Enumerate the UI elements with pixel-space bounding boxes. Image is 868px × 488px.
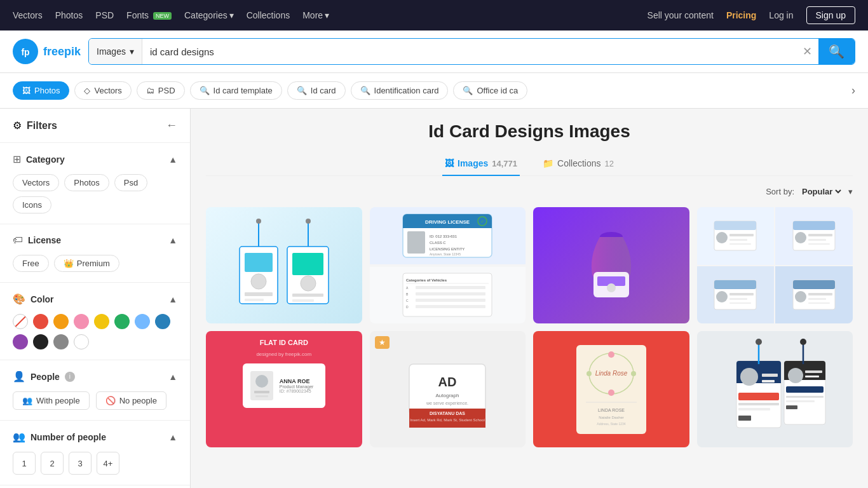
nav-vectors[interactable]: Vectors <box>13 10 43 20</box>
tab-office-id[interactable]: 🔍 Office id ca <box>453 81 527 100</box>
license-title: License <box>28 235 61 245</box>
image-card-1[interactable] <box>206 207 362 323</box>
license-section-header[interactable]: 🏷 License ▲ <box>13 234 177 246</box>
nav-photos[interactable]: Photos <box>55 10 83 20</box>
search-input[interactable] <box>142 39 796 64</box>
sidebar-collapse-button[interactable]: ← <box>166 119 177 132</box>
tab-identification-card[interactable]: 🔍 Identification card <box>351 81 449 100</box>
num-people-toggle-icon: ▲ <box>168 432 177 442</box>
login-link[interactable]: Log in <box>769 10 793 20</box>
nav-more[interactable]: More ▾ <box>302 10 329 20</box>
swatch-orange[interactable] <box>53 314 69 329</box>
svg-text:Categories of Vehicles: Categories of Vehicles <box>406 278 447 282</box>
svg-text:C: C <box>406 299 409 302</box>
tag-vectors[interactable]: Vectors <box>13 174 59 191</box>
image-card-7[interactable]: Linda Rose LINDA ROSE Natalie Dasher Add… <box>533 331 689 447</box>
swatch-white[interactable] <box>74 334 89 349</box>
swatch-yellow[interactable] <box>94 314 109 329</box>
num-people-4plus[interactable]: 4+ <box>97 452 119 475</box>
tag-psd[interactable]: Psd <box>114 174 147 191</box>
svg-rect-101 <box>738 416 751 421</box>
no-people-button[interactable]: 🚫 No people <box>96 391 166 410</box>
svg-rect-109 <box>805 370 822 373</box>
swatch-dark-gray[interactable] <box>53 334 69 349</box>
nav-categories[interactable]: Categories ▾ <box>184 10 234 20</box>
color-section-header[interactable]: 🎨 Color ▲ <box>13 293 177 305</box>
image-card-3[interactable] <box>533 207 689 323</box>
people-buttons: 👥 With people 🚫 No people <box>13 391 177 410</box>
svg-point-67 <box>255 375 268 388</box>
swatch-green[interactable] <box>114 314 130 329</box>
search-type-dropdown[interactable]: Images ▾ <box>89 39 142 64</box>
tag-icons[interactable]: Icons <box>13 196 51 214</box>
svg-text:fp: fp <box>21 47 29 57</box>
swatch-clear[interactable] <box>13 314 28 329</box>
category-toggle-icon: ▲ <box>168 154 177 165</box>
svg-text:DISYATANU DAS: DISYATANU DAS <box>430 411 465 416</box>
nav-collections[interactable]: Collections <box>247 10 290 20</box>
image-card-8[interactable] <box>697 331 853 447</box>
tab-psd[interactable]: 🗂 PSD <box>137 81 185 100</box>
images-count: 14,771 <box>492 159 517 168</box>
nav-fonts[interactable]: Fonts NEW <box>126 10 172 20</box>
image-card-6[interactable]: ★ AD Autograph we serve experience. DISY… <box>370 331 526 447</box>
logo[interactable]: fp freepik <box>13 39 81 64</box>
filter-tabs-next-button[interactable]: › <box>851 84 855 97</box>
tag-photos[interactable]: Photos <box>64 174 109 191</box>
tab-images[interactable]: 🖼 Images 14,771 <box>442 152 520 176</box>
category-section-header[interactable]: ⊞ Category ▲ <box>13 153 177 165</box>
num-people-3[interactable]: 3 <box>69 452 92 475</box>
tab-collections[interactable]: 📁 Collections 12 <box>540 152 616 176</box>
swatch-blue[interactable] <box>155 314 170 329</box>
signup-button[interactable]: Sign up <box>806 6 855 24</box>
sell-content-link[interactable]: Sell your content <box>648 10 714 20</box>
image-card-5[interactable]: FLAT ID CARD designed by freepik.com ANN… <box>206 331 362 447</box>
license-tags: Free 👑 Premium <box>13 255 177 272</box>
sort-bar: Sort by: Popular Recent ▾ <box>206 186 853 197</box>
people-section-header[interactable]: 👤 People i ▲ <box>13 370 177 383</box>
image-card-4[interactable] <box>697 207 853 323</box>
license-toggle-icon: ▲ <box>168 235 177 245</box>
image-card-2[interactable]: DRIVING LICENSE ID: 012 333-631 CLASS C … <box>370 207 526 323</box>
no-people-icon: 🚫 <box>105 396 116 405</box>
results-tabs: 🖼 Images 14,771 📁 Collections 12 <box>206 152 853 176</box>
main-layout: ⚙ Filters ← ⊞ Category ▲ Vectors Photos … <box>0 109 868 488</box>
people-title: People <box>31 372 60 382</box>
premium-star-badge: ★ <box>375 336 390 349</box>
svg-rect-99 <box>738 403 779 405</box>
svg-point-83 <box>608 390 614 396</box>
tag-free[interactable]: Free <box>13 255 49 272</box>
svg-rect-68 <box>254 391 269 393</box>
svg-point-81 <box>631 371 636 376</box>
nav-psd[interactable]: PSD <box>95 10 114 20</box>
svg-text:we serve experience.: we serve experience. <box>426 401 468 406</box>
svg-rect-100 <box>738 408 770 410</box>
people-info-icon[interactable]: i <box>65 372 75 382</box>
swatch-black[interactable] <box>33 334 48 349</box>
tab-photos[interactable]: 🖼 Photos <box>13 81 69 100</box>
num-people-section-header[interactable]: 👥 Number of people ▲ <box>13 431 177 443</box>
id-card-template-tab-icon: 🔍 <box>200 86 210 95</box>
swatch-pink[interactable] <box>74 314 89 329</box>
svg-rect-96 <box>762 374 778 377</box>
category-icon: ⊞ <box>13 153 21 165</box>
swatch-red[interactable] <box>33 314 48 329</box>
swatch-light-blue[interactable] <box>135 314 150 329</box>
search-clear-button[interactable]: ✕ <box>796 39 818 64</box>
tab-id-card-template[interactable]: 🔍 Id card template <box>190 81 282 100</box>
new-badge: NEW <box>153 12 172 20</box>
swatch-purple[interactable] <box>13 334 28 349</box>
search-submit-button[interactable]: 🔍 <box>818 39 855 64</box>
svg-rect-33 <box>416 292 485 295</box>
sort-select[interactable]: Popular Recent <box>799 186 843 197</box>
tag-premium[interactable]: 👑 Premium <box>54 255 119 272</box>
pricing-link[interactable]: Pricing <box>726 10 756 20</box>
num-people-2[interactable]: 2 <box>41 452 64 475</box>
svg-text:D: D <box>406 305 409 309</box>
tab-vectors[interactable]: ◇ Vectors <box>74 81 131 100</box>
tab-id-card[interactable]: 🔍 Id card <box>287 81 346 100</box>
num-people-1[interactable]: 1 <box>13 452 36 475</box>
svg-text:ID: 012 333-631: ID: 012 333-631 <box>430 234 458 238</box>
with-people-button[interactable]: 👥 With people <box>13 391 90 410</box>
identification-card-tab-icon: 🔍 <box>360 86 370 95</box>
